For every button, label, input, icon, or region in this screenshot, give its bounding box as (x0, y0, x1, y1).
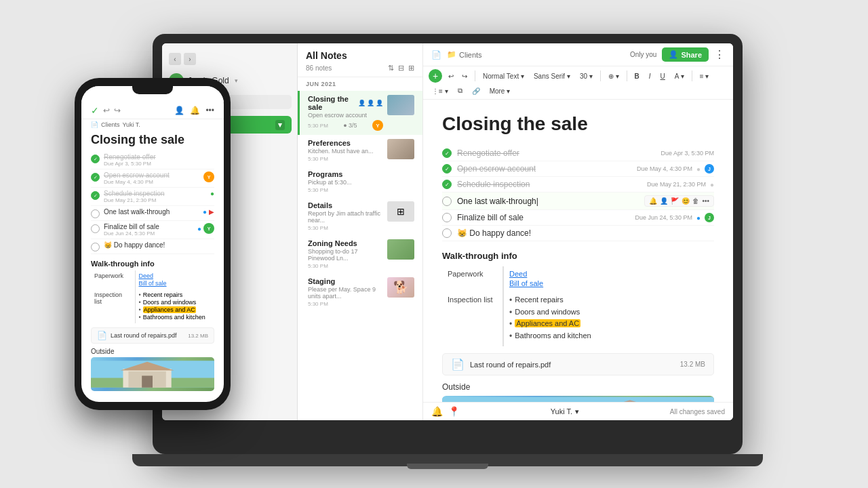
phone-wt-item: Doors and windows (143, 299, 197, 306)
share-button[interactable]: 👤 Share (662, 47, 709, 62)
task-check-done[interactable]: ✓ (442, 164, 452, 174)
inspection-item: Bathrooms and kitchen (515, 331, 591, 340)
note-title: Details (308, 201, 332, 209)
note-count: ● 3/5 (343, 122, 357, 129)
phone-task-item[interactable]: Finalize bill of sale Due Jun 24, 5:30 P… (91, 221, 214, 239)
redo-button[interactable]: ↪ (458, 71, 471, 81)
bill-of-sale-link[interactable]: Bill of sale (509, 279, 709, 287)
note-item[interactable]: Zoning Needs Shopping to-do 17 Pinewood … (298, 235, 422, 273)
font-family-dropdown[interactable]: Sans Serif ▾ (530, 71, 574, 81)
task-avatar: J (705, 213, 714, 222)
phone-check-done[interactable]: ✓ (91, 173, 100, 182)
phone-task-text: Open escrow account (104, 171, 170, 179)
task-item[interactable]: ✓ Renegotiate offer Due Apr 3, 5:30 PM (442, 146, 714, 161)
bold-button[interactable]: B (631, 71, 643, 81)
toolbar-separator (600, 70, 601, 81)
add-content-button[interactable]: + (429, 69, 442, 83)
note-item[interactable]: Programs Pickup at 5:30... 5:30 PM (298, 166, 422, 197)
task-check-empty[interactable] (442, 197, 452, 206)
italic-button[interactable]: I (646, 71, 654, 81)
phone-check-done[interactable]: ✓ (91, 155, 100, 163)
bottom-user-dropdown[interactable]: ▾ (575, 407, 579, 416)
phone-check-empty[interactable] (91, 209, 100, 218)
font-size-dropdown[interactable]: 30 ▾ (576, 71, 596, 81)
undo-button[interactable]: ↩ (445, 71, 457, 81)
emoji-icon[interactable]: 😊 (682, 197, 690, 205)
delete-icon[interactable]: 🗑 (692, 197, 699, 205)
paperwork-label: Paperwork (442, 266, 503, 292)
note-item[interactable]: Staging Please per May. Space 9 units ap… (298, 273, 422, 311)
forward-button[interactable]: › (184, 53, 196, 65)
phone-content[interactable]: ✓ Renegotiate offer Due Apr 3, 5:30 PM ✓… (81, 151, 224, 402)
task-item[interactable]: 😸 Do happy dance! (442, 226, 714, 241)
task-item[interactable]: ✓ Schedule inspection Due May 21, 2:30 P… (442, 177, 714, 192)
flag-icon[interactable]: 🚩 (671, 197, 679, 205)
task-due: Due May 21, 2:30 PM (647, 181, 706, 188)
phone-outside-image (91, 357, 214, 391)
attachment-row[interactable]: 📄 Last round of repairs.pdf 13.2 MB (442, 353, 714, 375)
deed-link[interactable]: Deed (509, 270, 709, 278)
task-check-done[interactable]: ✓ (442, 148, 452, 158)
task-check-empty[interactable] (442, 213, 452, 222)
phone-task-item[interactable]: ✓ Open escrow account Due May 4, 4:30 PM… (91, 169, 214, 188)
phone-bill-link[interactable]: Bill of sale (139, 280, 212, 287)
bell-task-icon[interactable]: 🔔 (649, 197, 657, 205)
phone-device: ✓ ↩ ↪ 👤 🔔 ••• 📄 Clients Yuki T. Closing … (75, 78, 231, 410)
task-check-done[interactable]: ✓ (442, 180, 452, 189)
phone-task-badge: Y (203, 171, 214, 182)
bottom-user-name[interactable]: Yuki T. (551, 407, 572, 415)
task-text: Finalize bill of sale (457, 213, 524, 222)
font-color-button[interactable]: A ▾ (671, 71, 688, 81)
phone-task-item[interactable]: One last walk-through ● ▶ (91, 206, 214, 221)
note-subtitle: Shopping to-do 17 Pinewood Ln... (308, 248, 383, 262)
bullet-list-button[interactable]: ≡ ▾ (696, 71, 713, 81)
outside-label: Outside (442, 382, 714, 392)
phone-task-item[interactable]: ✓ Schedule inspection Due May 21, 2:30 P… (91, 188, 214, 206)
username-dropdown-icon: ▾ (235, 77, 238, 84)
task-text-editing[interactable]: One last walk-through| (457, 197, 538, 206)
more-toolbar-button[interactable]: More ▾ (486, 86, 514, 96)
note-subtitle: Please per May. Space 9 units apart... (308, 286, 383, 300)
inspection-item: Recent repairs (515, 296, 564, 304)
phone-check-done[interactable]: ✓ (91, 191, 100, 200)
note-item[interactable]: Preferences Kitchen. Must have an... 5:3… (298, 135, 422, 166)
indent-button[interactable]: ⧉ (454, 85, 466, 96)
bell-icon[interactable]: 🔔 (190, 106, 200, 115)
more-options-button[interactable]: ⋮ (714, 48, 725, 61)
assign-icon[interactable]: 👤 (660, 197, 668, 205)
text-style-dropdown[interactable]: Normal Text ▾ (479, 71, 528, 81)
note-item-active[interactable]: Closing the sale 👤 👤 👤 Open escrow accou… (298, 91, 422, 135)
task-item-active[interactable]: One last walk-through| 🔔 👤 🚩 😊 🗑 (442, 192, 714, 210)
person-icon[interactable]: 👤 (174, 106, 184, 115)
text-color-button[interactable]: ⊕ ▾ (605, 71, 623, 81)
phone-check-empty[interactable] (91, 243, 100, 251)
location-bottom-icon[interactable]: 📍 (448, 406, 460, 417)
task-item[interactable]: ✓ Open escrow account Due May 4, 4:30 PM… (442, 161, 714, 177)
layout-icon[interactable]: ⊞ (408, 64, 414, 73)
undo-icon[interactable]: ↩ (103, 106, 110, 115)
phone-task-item[interactable]: 😸 Do happy dance! (91, 239, 214, 254)
filter-icon[interactable]: ⊟ (398, 64, 404, 73)
phone-task-item[interactable]: ✓ Renegotiate offer Due Apr 3, 5:30 PM (91, 151, 214, 169)
bell-bottom-icon[interactable]: 🔔 (431, 406, 443, 417)
underline-button[interactable]: U (657, 71, 669, 81)
ordered-list-button[interactable]: ⋮≡ ▾ (429, 86, 452, 96)
note-item[interactable]: Details Report by Jim attach traffic nea… (298, 197, 422, 235)
phone-check-empty[interactable] (91, 224, 100, 233)
note-title: Programs (308, 170, 342, 178)
phone-deed-link[interactable]: Deed (139, 272, 212, 279)
redo-icon[interactable]: ↪ (114, 106, 121, 115)
link-button[interactable]: 🔗 (469, 86, 484, 96)
task-item[interactable]: Finalize bill of sale Due Jun 24, 5:30 P… (442, 210, 714, 226)
new-dropdown-icon[interactable]: ▾ (275, 120, 285, 130)
phone-attachment[interactable]: 📄 Last round of repairs.pdf 13.2 MB (91, 327, 214, 344)
editor-panel: 📄 📁 Clients Only you 👤 Share (423, 43, 733, 420)
sort-icon[interactable]: ⇅ (388, 64, 394, 73)
more-task-icon[interactable]: ••• (702, 197, 709, 205)
editor-content[interactable]: Closing the sale ✓ Renegotiate offer Due… (423, 100, 733, 402)
task-check-empty[interactable] (442, 228, 452, 238)
more-icon[interactable]: ••• (205, 106, 214, 115)
phone-toolbar: ✓ ↩ ↪ 👤 🔔 ••• (81, 102, 224, 119)
note-time: 5:30 PM (308, 263, 328, 269)
back-button[interactable]: ‹ (169, 53, 181, 65)
